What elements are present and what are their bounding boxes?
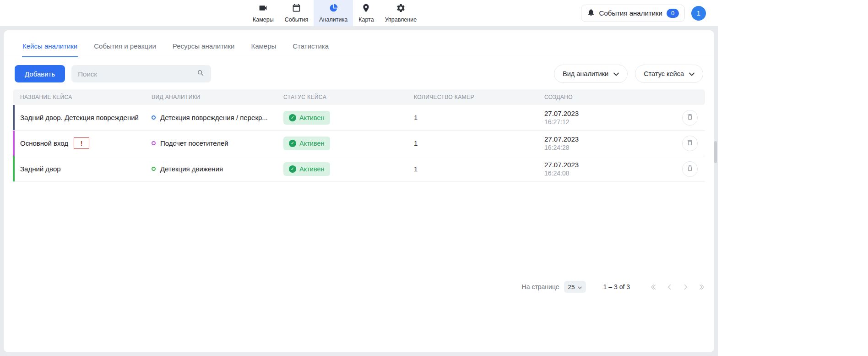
delete-case-button[interactable]	[682, 161, 698, 177]
created-date: 27.07.2023	[544, 135, 579, 143]
nav-label: Камеры	[253, 16, 274, 23]
check-circle-icon: ✓	[289, 140, 296, 147]
row-actions-cell	[674, 161, 705, 177]
trash-icon	[686, 164, 694, 173]
status-badge: ✓ Активен	[283, 137, 330, 150]
nav-item-analytics[interactable]: Аналитика	[314, 0, 353, 26]
nav-label: События	[285, 16, 309, 23]
column-header-case-name: НАЗВАНИЕ КЕЙСА	[13, 94, 144, 100]
pagination-bar: На странице 25 1 – 3 of 3	[4, 280, 714, 294]
search-field[interactable]	[71, 65, 211, 82]
analytics-events-label: События аналитики	[599, 9, 662, 17]
tab-cameras[interactable]: Камеры	[250, 39, 277, 57]
analytics-type-dot-icon	[152, 115, 156, 120]
tab-events-reactions[interactable]: События и реакции	[93, 39, 157, 57]
chevron-down-icon	[578, 284, 582, 290]
per-page-label: На странице	[522, 283, 559, 290]
check-circle-icon: ✓	[289, 165, 296, 173]
case-status-cell: ✓ Активен	[276, 162, 407, 176]
chevron-down-icon	[613, 70, 619, 77]
row-accent-bar	[13, 156, 15, 181]
add-button[interactable]: Добавить	[15, 65, 65, 82]
delete-case-button[interactable]	[682, 136, 698, 151]
topbar-right-controls: События аналитики 0 1	[581, 0, 706, 26]
scrollbar-thumb[interactable]	[714, 141, 717, 163]
created-time: 16:24:28	[544, 144, 570, 151]
nav-item-cameras[interactable]: Камеры	[247, 0, 279, 26]
analytics-type-label: Подсчет посетителей	[160, 139, 233, 147]
camera-icon	[258, 3, 268, 15]
case-name: Основной вход	[20, 139, 68, 147]
first-page-button[interactable]	[650, 284, 657, 290]
created-date: 27.07.2023	[544, 161, 579, 169]
toolbar: Добавить Вид аналитики	[15, 65, 703, 83]
table-row[interactable]: Задний двор. Детекция повреждений Детекц…	[13, 105, 705, 131]
map-pin-icon	[361, 3, 371, 15]
analytics-type-cell: Подсчет посетителей	[144, 139, 276, 147]
status-badge: ✓ Активен	[283, 162, 330, 176]
analytics-type-cell: Детекция повреждения / перекр...	[144, 114, 276, 121]
nav-item-management[interactable]: Управление	[380, 0, 423, 26]
created-cell: 27.07.2023 16:27:12	[537, 110, 674, 126]
last-page-button[interactable]	[698, 284, 705, 290]
created-time: 16:27:12	[544, 118, 570, 126]
search-icon	[197, 69, 205, 79]
cases-table: НАЗВАНИЕ КЕЙСА ВИД АНАЛИТИКИ СТАТУС КЕЙС…	[13, 89, 705, 182]
user-avatar[interactable]: 1	[691, 6, 706, 21]
nav-item-events[interactable]: События	[279, 0, 314, 26]
chevron-down-icon	[689, 70, 694, 77]
nav-label: Карта	[358, 16, 374, 23]
analytics-type-filter[interactable]: Вид аналитики	[554, 65, 628, 83]
analytics-events-button[interactable]: События аналитики 0	[581, 5, 685, 22]
nav-item-map[interactable]: Карта	[353, 0, 379, 26]
tab-statistics[interactable]: Статистика	[292, 39, 329, 57]
row-actions-cell	[674, 136, 705, 151]
tab-analytics-resources[interactable]: Ресурсы аналитики	[172, 39, 235, 57]
nav-label: Управление	[385, 16, 417, 23]
check-circle-icon: ✓	[289, 114, 296, 121]
created-cell: 27.07.2023 16:24:08	[537, 161, 674, 177]
table-empty-space	[4, 182, 714, 280]
case-status-cell: ✓ Активен	[276, 137, 407, 150]
gear-icon	[396, 3, 406, 15]
case-name: Задний двор. Детекция повреждений	[20, 114, 139, 121]
previous-page-button[interactable]	[666, 284, 673, 290]
trash-icon	[686, 113, 694, 122]
analytics-type-dot-icon	[152, 167, 156, 171]
case-name-cell: Задний двор	[13, 165, 144, 173]
search-input[interactable]	[78, 70, 197, 78]
analytics-panel: Кейсы аналитики События и реакции Ресурс…	[4, 30, 714, 352]
case-name: Задний двор	[20, 165, 61, 173]
status-label: Активен	[299, 140, 325, 147]
camera-count-cell: 1	[407, 114, 537, 121]
events-icon	[292, 3, 301, 15]
screenshot-canvas: Камеры События Аналитика	[0, 0, 868, 356]
table-row[interactable]: Основной вход ! Подсчет посетителей ✓ Ак…	[13, 131, 705, 156]
pie-chart-icon	[329, 3, 338, 15]
status-label: Активен	[299, 165, 325, 173]
column-header-camera-count: КОЛИЧЕСТВО КАМЕР	[407, 94, 537, 100]
status-label: Активен	[299, 114, 325, 121]
per-page-value: 25	[568, 284, 575, 290]
column-header-created: СОЗДАНО	[537, 94, 674, 100]
analytics-type-label: Детекция движения	[160, 165, 228, 173]
created-date: 27.07.2023	[544, 110, 579, 117]
analytics-type-label: Детекция повреждения / перекр...	[160, 114, 272, 121]
events-count-badge: 0	[667, 9, 679, 18]
top-bar: Камеры События Аналитика	[0, 0, 718, 27]
section-tabs: Кейсы аналитики События и реакции Ресурс…	[4, 30, 714, 57]
per-page-select[interactable]: 25	[564, 281, 586, 293]
trash-icon	[686, 139, 694, 148]
case-status-cell: ✓ Активен	[276, 111, 407, 125]
case-status-filter[interactable]: Статус кейса	[635, 65, 703, 83]
table-header-row: НАЗВАНИЕ КЕЙСА ВИД АНАЛИТИКИ СТАТУС КЕЙС…	[13, 89, 705, 105]
analytics-type-filter-label: Вид аналитики	[563, 70, 608, 77]
next-page-button[interactable]	[682, 284, 689, 290]
camera-count-cell: 1	[407, 165, 537, 173]
analytics-type-dot-icon	[152, 141, 156, 145]
case-status-filter-label: Статус кейса	[644, 70, 684, 77]
delete-case-button[interactable]	[682, 110, 698, 126]
table-row[interactable]: Задний двор Детекция движения ✓ Активен	[13, 156, 705, 182]
case-name-cell: Задний двор. Детекция повреждений	[13, 114, 144, 121]
tab-analytics-cases[interactable]: Кейсы аналитики	[22, 39, 78, 57]
